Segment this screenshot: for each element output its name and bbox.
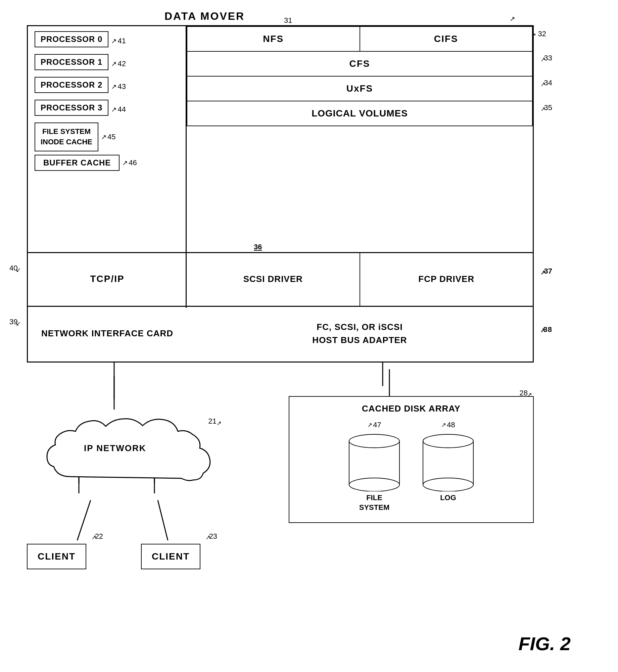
cifs-cell: CIFS <box>360 27 532 51</box>
scsi-driver-cell: SCSI DRIVER <box>187 252 360 306</box>
cfs-cell: CFS <box>187 52 532 76</box>
ref-48-arrow: ↗ <box>441 421 446 429</box>
processor-0-box: PROCESSOR 0 <box>35 31 108 47</box>
processor-2-ref: 43 <box>117 82 126 91</box>
right-section: 31 32 ↗ NFS CIFS ↗ 33 CFS ↗ 34 <box>187 26 533 251</box>
ref-25-arrow: ↗ <box>510 15 515 23</box>
stack-row-3-wrapper: ↗ 34 UxFS <box>187 76 533 101</box>
disk-cylinders: ↗ 47 FILESYSTEM <box>299 421 523 512</box>
processor-2-ref-arrow: ↗ <box>111 83 117 91</box>
svg-line-7 <box>77 500 91 540</box>
ref-31: 31 <box>284 16 292 25</box>
svg-point-11 <box>349 434 399 448</box>
ref-47: 47 <box>373 421 381 429</box>
stack-row-4: LOGICAL VOLUMES <box>187 101 533 126</box>
stack-row-1: NFS CIFS <box>187 26 533 51</box>
cloud-wrapper: IP NETWORK ↗ 21 <box>37 410 232 503</box>
processor-2-row: PROCESSOR 2 ↗ 43 <box>35 77 182 96</box>
processor-1-ref-arrow: ↗ <box>111 60 117 68</box>
cached-disk-array-label: CACHED DISK ARRAY <box>299 403 523 414</box>
ref-34: 34 <box>544 79 552 87</box>
buffer-cache-ref-arrow: ↗ <box>122 159 128 167</box>
ref-47-arrow: ↗ <box>367 421 372 429</box>
processor-1-ref: 42 <box>117 59 126 68</box>
client-2-wrapper: ↗ 23 CLIENT <box>141 544 200 569</box>
processor-0-ref-arrow: ↗ <box>111 37 117 45</box>
processor-3-ref: 44 <box>117 105 126 114</box>
inode-cache-row: FILE SYSTEMINODE CACHE ↗ 45 <box>35 123 182 151</box>
svg-point-15 <box>423 478 473 491</box>
nic-label: NETWORK INTERFACE CARD <box>41 327 173 339</box>
processor-0-ref: 41 <box>117 37 126 45</box>
stack-row-2-wrapper: ↗ 33 CFS <box>187 51 533 76</box>
cylinder-2-svg <box>421 431 475 491</box>
processor-3-box: PROCESSOR 3 <box>35 100 108 116</box>
ref-23: 23 <box>209 532 217 541</box>
tcpip-row: TCP/IP <box>28 252 187 306</box>
data-mover-box: PROCESSOR 0 ↗ 41 PROCESSOR 1 ↗ 42 PROCES… <box>27 25 534 363</box>
diagram-container: DATA MOVER ↗ PROCESSOR 0 ↗ 41 PROCESSOR … <box>20 7 598 661</box>
ref-33: 33 <box>544 54 552 62</box>
svg-point-14 <box>423 434 473 448</box>
cached-disk-array-box: CACHED DISK ARRAY ↗ 47 <box>289 396 534 523</box>
processor-3-row: PROCESSOR 3 ↗ 44 <box>35 100 182 119</box>
fcp-driver-cell: FCP DRIVER <box>360 252 533 306</box>
client-2-box: CLIENT <box>141 544 200 569</box>
stack-row-2: CFS <box>187 51 533 76</box>
processor-3-ref-arrow: ↗ <box>111 105 117 113</box>
ref-21: 21 <box>208 417 217 426</box>
svg-line-8 <box>158 500 168 540</box>
hba-row: FC, SCSI, OR iSCSIHOST BUS ADAPTER ↗ 38 <box>187 306 533 361</box>
hba-to-array-line <box>383 369 396 396</box>
processor-0-row: PROCESSOR 0 ↗ 41 <box>35 31 182 51</box>
inode-cache-box: FILE SYSTEMINODE CACHE <box>35 123 98 151</box>
ref-38: 38 <box>543 324 552 335</box>
cylinder-2-wrap: ↗ 48 LOG <box>421 421 475 512</box>
stack-row-3: UxFS <box>187 76 533 101</box>
cloud-to-clients-lines <box>37 500 232 540</box>
ref-40: 40 <box>9 264 17 273</box>
processor-1-row: PROCESSOR 1 ↗ 42 <box>35 54 182 74</box>
nic-row: NETWORK INTERFACE CARD <box>28 306 187 361</box>
ref-35: 35 <box>544 103 552 112</box>
cylinder-2-label: LOG <box>440 493 456 503</box>
stack-row-4-wrapper: ↗ 35 LOGICAL VOLUMES <box>187 101 533 126</box>
client-1-box: CLIENT <box>27 544 86 569</box>
processor-2-box: PROCESSOR 2 <box>35 77 108 93</box>
ip-network-label: IP NETWORK <box>84 443 146 453</box>
hba-label: FC, SCSI, OR iSCSIHOST BUS ADAPTER <box>312 321 407 347</box>
buffer-cache-box: BUFFER CACHE <box>35 155 120 171</box>
processor-1-box: PROCESSOR 1 <box>35 54 108 70</box>
client-1-wrapper: ↗ 22 CLIENT <box>27 544 86 569</box>
ref-36-label: 36 <box>254 243 262 251</box>
inode-cache-ref-arrow: ↗ <box>101 133 107 141</box>
cloud-shape <box>37 410 232 503</box>
cylinder-1-label: FILESYSTEM <box>359 493 389 512</box>
fig-label: FIG. 2 <box>518 633 571 655</box>
ref-21-arrow: ↗ <box>217 420 222 427</box>
uxfs-cell: UxFS <box>187 77 532 101</box>
cylinder-1-wrap: ↗ 47 FILESYSTEM <box>347 421 401 512</box>
ref-37: 37 <box>544 267 552 276</box>
nfs-cell: NFS <box>187 27 360 51</box>
svg-point-12 <box>349 478 399 491</box>
data-mover-title: DATA MOVER <box>164 10 245 22</box>
ref-22: 22 <box>95 532 103 541</box>
inode-cache-ref: 45 <box>107 133 115 141</box>
buffer-cache-row: BUFFER CACHE ↗ 46 <box>35 155 182 171</box>
ref-48: 48 <box>447 421 455 429</box>
logical-volumes-cell: LOGICAL VOLUMES <box>187 101 532 126</box>
left-section: PROCESSOR 0 ↗ 41 PROCESSOR 1 ↗ 42 PROCES… <box>35 31 182 171</box>
scsi-fcp-row: 36 SCSI DRIVER FCP DRIVER ↗ 37 <box>187 252 533 306</box>
ref-32-arrow: ↗ <box>531 32 536 39</box>
cylinder-1-svg <box>347 431 401 491</box>
ref-32: 32 <box>538 30 546 38</box>
nic-to-cloud-line <box>107 376 121 410</box>
ref-39: 39 <box>9 318 17 326</box>
buffer-cache-ref: 46 <box>129 158 137 167</box>
